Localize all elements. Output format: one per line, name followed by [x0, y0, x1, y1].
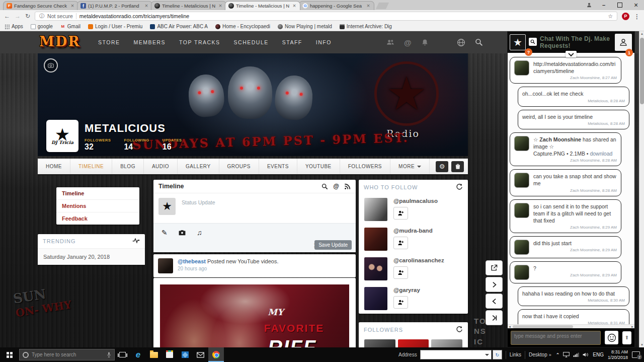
profile-tab[interactable]: EVENTS	[259, 159, 297, 174]
volume-icon[interactable]	[583, 352, 589, 357]
bookmark-item[interactable]: Login / User - Premiu	[88, 24, 142, 29]
timeline-nav-item[interactable]: Mentions	[56, 200, 139, 212]
page-scrollbar[interactable]	[639, 31, 644, 347]
search-icon[interactable]	[321, 183, 328, 190]
refresh-icon[interactable]	[456, 326, 463, 334]
follow-button[interactable]	[393, 207, 408, 220]
action-center-icon[interactable]: 2	[632, 351, 640, 358]
start-button[interactable]	[0, 347, 19, 362]
chevrons-icon[interactable]	[549, 352, 551, 357]
username-link[interactable]: @paulmacaluso	[393, 198, 438, 204]
bell-icon[interactable]	[421, 39, 429, 46]
post-user-link[interactable]: @thebeast	[178, 258, 206, 264]
search-icon[interactable]	[475, 38, 483, 46]
taskbar-explorer[interactable]	[146, 347, 162, 362]
mentions-icon[interactable]: @	[333, 183, 339, 190]
camera-icon[interactable]	[179, 229, 186, 238]
status-update-input[interactable]: Status Update	[182, 198, 215, 205]
bookmark-item[interactable]: ABC Air Power: ABC A	[150, 24, 208, 29]
pencil-icon[interactable]	[162, 228, 168, 237]
banner-camera-button[interactable]	[44, 58, 58, 73]
tab-close-icon[interactable]	[292, 3, 297, 9]
task-view-button[interactable]	[115, 347, 130, 362]
mic-icon[interactable]	[107, 352, 111, 358]
mdr-logo[interactable]: MDR	[39, 34, 80, 49]
info-icon[interactable]	[39, 13, 44, 20]
tab-close-icon[interactable]	[144, 3, 149, 9]
username-link[interactable]: @mudra-band	[393, 228, 433, 234]
browser-tab[interactable]: Timeline - Metalicious | N	[225, 1, 300, 10]
bookmark-item[interactable]: Internet Archive: Dig	[340, 24, 392, 29]
hidden-icons-button[interactable]	[556, 352, 560, 357]
scrollbar-thumb[interactable]	[640, 38, 644, 104]
chat-user-button[interactable]	[615, 34, 632, 51]
tab-more[interactable]: MORE	[390, 159, 430, 174]
user-avatar[interactable]	[364, 198, 387, 221]
post-avatar[interactable]	[158, 258, 173, 273]
browser-tab[interactable]: Fandango Secure Check	[3, 1, 78, 10]
follow-button[interactable]	[393, 266, 408, 279]
follower-thumb[interactable]	[364, 339, 395, 347]
tab-close-icon[interactable]	[366, 3, 371, 9]
maximize-button[interactable]	[612, 0, 628, 10]
bookmark-star-icon[interactable]	[608, 13, 613, 20]
address-input[interactable]	[420, 350, 492, 359]
close-button[interactable]	[628, 0, 644, 10]
profile-avatar[interactable]: DJ Tricia	[46, 120, 78, 152]
profile-tab[interactable]: TIMELINE	[70, 159, 112, 174]
follower-thumb[interactable]	[398, 339, 429, 347]
url-bar[interactable]: Not secure metaldevastationradio.com/tri…	[35, 12, 617, 21]
bookmark-item[interactable]: Gmail	[60, 24, 80, 29]
tab-close-icon[interactable]	[218, 3, 223, 9]
bookmark-item[interactable]: Home - Encyclopaedi	[215, 24, 270, 29]
monitor-icon[interactable]	[563, 352, 570, 357]
stat-following[interactable]: FOLLOWING14	[124, 138, 149, 152]
timeline-nav-item[interactable]: Timeline	[56, 187, 139, 200]
profile-tab[interactable]: AUDIO	[144, 159, 178, 174]
chat-badge-left[interactable]: ?	[525, 48, 532, 56]
browser-menu-icon[interactable]	[634, 12, 640, 21]
download-link[interactable]: download	[590, 151, 612, 157]
skip-end-button[interactable]	[486, 310, 503, 325]
chat-collapse-button[interactable]	[566, 51, 577, 57]
emoji-button[interactable]	[605, 331, 618, 344]
chat-search-button[interactable]	[529, 38, 537, 46]
back-button[interactable]: ←	[4, 13, 10, 19]
browser-tab[interactable]: (1) P.U.M.P. 2 - Portland	[77, 1, 152, 10]
scroll-down-icon[interactable]	[639, 342, 644, 347]
save-update-button[interactable]: Save Update	[314, 240, 352, 250]
upload-button[interactable]	[622, 331, 631, 344]
taskbar-search-input[interactable]	[32, 352, 104, 357]
username-link[interactable]: @carolinasanchez	[393, 257, 444, 263]
taskbar-search[interactable]	[19, 349, 115, 360]
browser-tab[interactable]: happening - Google Sea	[299, 1, 374, 10]
follow-button[interactable]	[393, 296, 408, 309]
stat-followers[interactable]: FOLLOWERS32	[85, 138, 111, 152]
user-avatar[interactable]	[364, 257, 387, 280]
username-link[interactable]: @garyray	[393, 287, 420, 293]
network-icon[interactable]	[573, 352, 579, 357]
users-icon[interactable]	[386, 38, 394, 46]
taskbar-mail[interactable]	[193, 347, 208, 362]
bookmark-item[interactable]: Apps	[5, 24, 23, 29]
timeline-nav-item[interactable]: Feedback	[56, 212, 139, 225]
language-indicator[interactable]: ENG	[593, 352, 604, 357]
site-nav-item[interactable]: INFO	[316, 39, 332, 45]
chat-badge-right[interactable]: 1	[625, 49, 633, 56]
desktop-toolbar[interactable]: Desktop	[529, 352, 547, 357]
taskbar-clock[interactable]: 8:31 AM 1/20/2018	[608, 349, 628, 360]
bookmark-item[interactable]: Now Playing | metald	[278, 24, 332, 29]
profile-tab[interactable]: BLOG	[112, 159, 144, 174]
taskbar-store[interactable]	[162, 347, 177, 362]
bookmark-item[interactable]: google	[31, 24, 53, 29]
address-go-button[interactable]	[493, 350, 502, 359]
chat-logo[interactable]	[510, 34, 526, 50]
user-avatar[interactable]	[364, 287, 387, 310]
profile-tab[interactable]: FOLLOWERS	[340, 159, 390, 174]
music-icon[interactable]	[197, 228, 202, 237]
delete-button[interactable]	[451, 161, 464, 172]
taskbar-edge[interactable]	[130, 347, 146, 362]
taskbar-photos[interactable]	[177, 347, 193, 362]
video-thumbnail[interactable]: MY FAVORITE RIFF WITH	[160, 284, 349, 347]
chat-message-input[interactable]	[511, 331, 601, 345]
